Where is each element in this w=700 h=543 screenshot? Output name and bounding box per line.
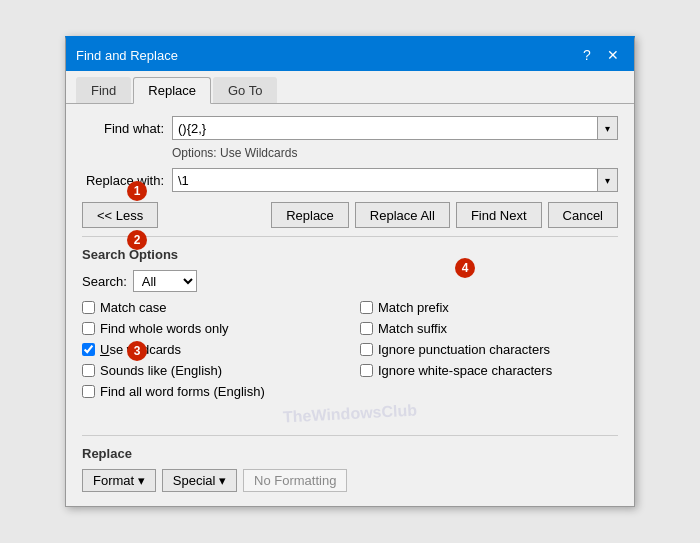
buttons-row: << Less Replace Replace All Find Next Ca… bbox=[82, 202, 618, 228]
dialog-body: Find what: ▾ Options: Use Wildcards Repl… bbox=[66, 104, 634, 506]
sounds-like-checkbox[interactable] bbox=[82, 364, 95, 377]
ignore-space-item: Ignore white-space characters bbox=[360, 363, 618, 378]
tab-replace[interactable]: Replace bbox=[133, 77, 211, 104]
replace-with-input[interactable] bbox=[172, 168, 598, 192]
find-next-button[interactable]: Find Next bbox=[456, 202, 542, 228]
find-what-row: Find what: ▾ bbox=[82, 116, 618, 140]
find-what-input-wrap: ▾ bbox=[172, 116, 618, 140]
whole-words-checkbox[interactable] bbox=[82, 322, 95, 335]
match-case-item: Match case bbox=[82, 300, 340, 315]
replace-section: Replace Format ▾ Special ▾ No Formatting bbox=[82, 435, 618, 492]
all-word-forms-checkbox[interactable] bbox=[82, 385, 95, 398]
tab-bar: Find Replace Go To bbox=[66, 71, 634, 104]
tab-find[interactable]: Find bbox=[76, 77, 131, 103]
title-bar-controls: ? ✕ bbox=[576, 45, 624, 65]
all-word-forms-label[interactable]: Find all word forms (English) bbox=[100, 384, 265, 399]
annotation-2: 2 bbox=[127, 230, 147, 250]
sounds-like-item: Sounds like (English) bbox=[82, 363, 340, 378]
cancel-button[interactable]: Cancel bbox=[548, 202, 618, 228]
match-suffix-label[interactable]: Match suffix bbox=[378, 321, 447, 336]
close-button[interactable]: ✕ bbox=[602, 45, 624, 65]
use-wildcards-checkbox[interactable] bbox=[82, 343, 95, 356]
ignore-space-checkbox[interactable] bbox=[360, 364, 373, 377]
options-value: Use Wildcards bbox=[220, 146, 297, 160]
search-row: Search: All Up Down bbox=[82, 270, 618, 292]
help-button[interactable]: ? bbox=[576, 45, 598, 65]
find-what-label: Find what: bbox=[82, 121, 172, 136]
tab-goto[interactable]: Go To bbox=[213, 77, 277, 103]
search-options-label: Search Options bbox=[82, 247, 618, 262]
replace-section-label: Replace bbox=[82, 446, 618, 461]
find-what-dropdown[interactable]: ▾ bbox=[598, 116, 618, 140]
options-row: Options: Use Wildcards bbox=[172, 146, 618, 160]
less-button[interactable]: << Less bbox=[82, 202, 158, 228]
search-options-section: Search Options Search: All Up Down bbox=[82, 236, 618, 399]
dialog-title: Find and Replace bbox=[76, 48, 178, 63]
annotation-1: 1 bbox=[127, 181, 147, 201]
format-button[interactable]: Format ▾ bbox=[82, 469, 156, 492]
whole-words-item: Find whole words only bbox=[82, 321, 340, 336]
match-prefix-label[interactable]: Match prefix bbox=[378, 300, 449, 315]
replace-with-label: Replace with: bbox=[82, 173, 172, 188]
match-case-label[interactable]: Match case bbox=[100, 300, 166, 315]
annotation-4: 4 bbox=[455, 258, 475, 278]
find-what-input[interactable] bbox=[172, 116, 598, 140]
search-select[interactable]: All Up Down bbox=[133, 270, 197, 292]
ignore-space-label[interactable]: Ignore white-space characters bbox=[378, 363, 552, 378]
ignore-punct-label[interactable]: Ignore punctuation characters bbox=[378, 342, 550, 357]
sounds-like-label[interactable]: Sounds like (English) bbox=[100, 363, 222, 378]
match-case-checkbox[interactable] bbox=[82, 301, 95, 314]
use-wildcards-u: U bbox=[100, 342, 109, 357]
search-label: Search: bbox=[82, 274, 127, 289]
find-replace-dialog: Find and Replace ? ✕ Find Replace Go To … bbox=[65, 36, 635, 507]
replace-buttons: Format ▾ Special ▾ No Formatting bbox=[82, 469, 618, 492]
special-button[interactable]: Special ▾ bbox=[162, 469, 237, 492]
match-suffix-checkbox[interactable] bbox=[360, 322, 373, 335]
match-suffix-item: Match suffix bbox=[360, 321, 618, 336]
options-label: Options: bbox=[172, 146, 220, 160]
replace-button[interactable]: Replace bbox=[271, 202, 349, 228]
replace-with-input-wrap: ▾ bbox=[172, 168, 618, 192]
no-formatting-button: No Formatting bbox=[243, 469, 347, 492]
annotation-3: 3 bbox=[127, 341, 147, 361]
replace-all-button[interactable]: Replace All bbox=[355, 202, 450, 228]
all-word-forms-item: Find all word forms (English) bbox=[82, 384, 340, 399]
match-prefix-item: Match prefix bbox=[360, 300, 618, 315]
replace-with-dropdown[interactable]: ▾ bbox=[598, 168, 618, 192]
ignore-punct-item: Ignore punctuation characters bbox=[360, 342, 618, 357]
ignore-punct-checkbox[interactable] bbox=[360, 343, 373, 356]
title-bar: Find and Replace ? ✕ bbox=[66, 39, 634, 71]
use-wildcards-item: Use wildcards bbox=[82, 342, 340, 357]
replace-with-row: Replace with: ▾ bbox=[82, 168, 618, 192]
match-prefix-checkbox[interactable] bbox=[360, 301, 373, 314]
checkboxes-right: Match prefix Match suffix Ignore punctua… bbox=[360, 300, 618, 399]
checkboxes-left: Match case Find whole words only Use wil… bbox=[82, 300, 340, 399]
whole-words-label[interactable]: Find whole words only bbox=[100, 321, 229, 336]
checkbox-columns: Match case Find whole words only Use wil… bbox=[82, 300, 618, 399]
